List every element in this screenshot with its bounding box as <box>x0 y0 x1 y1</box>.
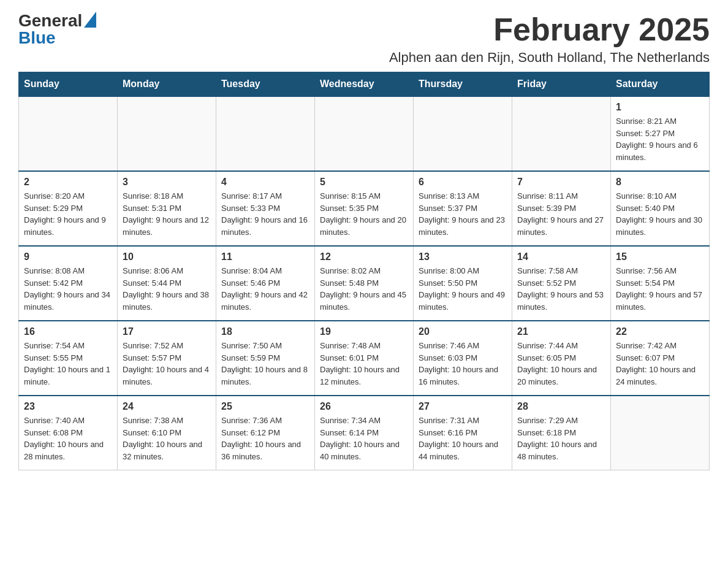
day-number: 28 <box>517 401 605 412</box>
calendar-day-header: Saturday <box>611 72 710 97</box>
day-info: Sunrise: 8:02 AMSunset: 5:48 PMDaylight:… <box>320 265 408 313</box>
calendar-day-header: Tuesday <box>216 72 315 97</box>
logo: General Blue <box>18 12 96 47</box>
day-info: Sunrise: 8:04 AMSunset: 5:46 PMDaylight:… <box>221 265 309 313</box>
day-info: Sunrise: 8:10 AMSunset: 5:40 PMDaylight:… <box>616 190 704 238</box>
calendar-cell: 14Sunrise: 7:58 AMSunset: 5:52 PMDayligh… <box>512 246 611 321</box>
day-number: 4 <box>221 177 309 188</box>
day-number: 2 <box>24 177 112 188</box>
day-info: Sunrise: 8:13 AMSunset: 5:37 PMDaylight:… <box>419 190 507 238</box>
calendar-day-header: Wednesday <box>315 72 414 97</box>
day-info: Sunrise: 8:11 AMSunset: 5:39 PMDaylight:… <box>517 190 605 238</box>
calendar-cell: 8Sunrise: 8:10 AMSunset: 5:40 PMDaylight… <box>611 171 710 246</box>
day-number: 15 <box>616 251 704 262</box>
day-info: Sunrise: 8:17 AMSunset: 5:33 PMDaylight:… <box>221 190 309 238</box>
calendar-cell: 17Sunrise: 7:52 AMSunset: 5:57 PMDayligh… <box>118 321 216 396</box>
calendar-cell <box>118 96 216 171</box>
day-info: Sunrise: 7:56 AMSunset: 5:54 PMDaylight:… <box>616 265 704 313</box>
calendar-table: SundayMondayTuesdayWednesdayThursdayFrid… <box>18 72 710 470</box>
day-info: Sunrise: 7:34 AMSunset: 6:14 PMDaylight:… <box>320 415 408 462</box>
day-number: 12 <box>320 251 408 262</box>
day-info: Sunrise: 8:20 AMSunset: 5:29 PMDaylight:… <box>24 190 112 238</box>
calendar-cell: 15Sunrise: 7:56 AMSunset: 5:54 PMDayligh… <box>611 246 710 321</box>
day-info: Sunrise: 8:06 AMSunset: 5:44 PMDaylight:… <box>123 265 211 313</box>
day-info: Sunrise: 7:38 AMSunset: 6:10 PMDaylight:… <box>123 415 211 462</box>
calendar-cell <box>611 396 710 470</box>
title-section: February 2025 Alphen aan den Rijn, South… <box>389 12 710 66</box>
day-number: 26 <box>320 401 408 412</box>
calendar-cell: 12Sunrise: 8:02 AMSunset: 5:48 PMDayligh… <box>315 246 414 321</box>
calendar-cell <box>414 96 512 171</box>
calendar-week-row: 2Sunrise: 8:20 AMSunset: 5:29 PMDaylight… <box>19 171 710 246</box>
day-number: 9 <box>24 251 112 262</box>
day-number: 10 <box>123 251 211 262</box>
calendar-cell: 18Sunrise: 7:50 AMSunset: 5:59 PMDayligh… <box>216 321 315 396</box>
day-number: 17 <box>123 326 211 337</box>
day-info: Sunrise: 7:48 AMSunset: 6:01 PMDaylight:… <box>320 340 408 388</box>
day-number: 23 <box>24 401 112 412</box>
day-number: 22 <box>616 326 704 337</box>
calendar-cell: 19Sunrise: 7:48 AMSunset: 6:01 PMDayligh… <box>315 321 414 396</box>
day-number: 14 <box>517 251 605 262</box>
calendar-cell: 7Sunrise: 8:11 AMSunset: 5:39 PMDaylight… <box>512 171 611 246</box>
day-info: Sunrise: 7:31 AMSunset: 6:16 PMDaylight:… <box>419 415 507 462</box>
day-number: 18 <box>221 326 309 337</box>
calendar-week-row: 23Sunrise: 7:40 AMSunset: 6:08 PMDayligh… <box>19 396 710 470</box>
day-number: 11 <box>221 251 309 262</box>
calendar-cell: 5Sunrise: 8:15 AMSunset: 5:35 PMDaylight… <box>315 171 414 246</box>
day-info: Sunrise: 7:58 AMSunset: 5:52 PMDaylight:… <box>517 265 605 313</box>
calendar-cell: 26Sunrise: 7:34 AMSunset: 6:14 PMDayligh… <box>315 396 414 470</box>
calendar-cell <box>315 96 414 171</box>
logo-general-text: General <box>18 12 82 29</box>
day-number: 6 <box>419 177 507 188</box>
calendar-cell: 3Sunrise: 8:18 AMSunset: 5:31 PMDaylight… <box>118 171 216 246</box>
calendar-cell: 20Sunrise: 7:46 AMSunset: 6:03 PMDayligh… <box>414 321 512 396</box>
day-info: Sunrise: 7:36 AMSunset: 6:12 PMDaylight:… <box>221 415 309 462</box>
calendar-cell: 23Sunrise: 7:40 AMSunset: 6:08 PMDayligh… <box>19 396 118 470</box>
day-number: 5 <box>320 177 408 188</box>
day-number: 27 <box>419 401 507 412</box>
calendar-header-row: SundayMondayTuesdayWednesdayThursdayFrid… <box>19 72 710 97</box>
day-number: 24 <box>123 401 211 412</box>
day-number: 8 <box>616 177 704 188</box>
calendar-cell: 2Sunrise: 8:20 AMSunset: 5:29 PMDaylight… <box>19 171 118 246</box>
calendar-week-row: 1Sunrise: 8:21 AMSunset: 5:27 PMDaylight… <box>19 96 710 171</box>
day-number: 19 <box>320 326 408 337</box>
calendar-cell: 11Sunrise: 8:04 AMSunset: 5:46 PMDayligh… <box>216 246 315 321</box>
day-info: Sunrise: 8:21 AMSunset: 5:27 PMDaylight:… <box>616 115 704 163</box>
day-number: 25 <box>221 401 309 412</box>
calendar-cell: 9Sunrise: 8:08 AMSunset: 5:42 PMDaylight… <box>19 246 118 321</box>
calendar-cell: 16Sunrise: 7:54 AMSunset: 5:55 PMDayligh… <box>19 321 118 396</box>
location-title: Alphen aan den Rijn, South Holland, The … <box>389 50 710 66</box>
day-info: Sunrise: 7:29 AMSunset: 6:18 PMDaylight:… <box>517 415 605 462</box>
day-info: Sunrise: 7:50 AMSunset: 5:59 PMDaylight:… <box>221 340 309 388</box>
day-number: 20 <box>419 326 507 337</box>
calendar-cell: 4Sunrise: 8:17 AMSunset: 5:33 PMDaylight… <box>216 171 315 246</box>
logo-triangle-icon <box>84 12 96 28</box>
day-info: Sunrise: 7:44 AMSunset: 6:05 PMDaylight:… <box>517 340 605 388</box>
calendar-cell: 13Sunrise: 8:00 AMSunset: 5:50 PMDayligh… <box>414 246 512 321</box>
day-info: Sunrise: 7:52 AMSunset: 5:57 PMDaylight:… <box>123 340 211 388</box>
month-title: February 2025 <box>389 12 710 47</box>
day-number: 13 <box>419 251 507 262</box>
day-info: Sunrise: 7:40 AMSunset: 6:08 PMDaylight:… <box>24 415 112 462</box>
day-number: 1 <box>616 102 704 113</box>
calendar-week-row: 9Sunrise: 8:08 AMSunset: 5:42 PMDaylight… <box>19 246 710 321</box>
calendar-cell: 28Sunrise: 7:29 AMSunset: 6:18 PMDayligh… <box>512 396 611 470</box>
day-number: 7 <box>517 177 605 188</box>
calendar-cell: 25Sunrise: 7:36 AMSunset: 6:12 PMDayligh… <box>216 396 315 470</box>
calendar-cell: 22Sunrise: 7:42 AMSunset: 6:07 PMDayligh… <box>611 321 710 396</box>
calendar-cell: 10Sunrise: 8:06 AMSunset: 5:44 PMDayligh… <box>118 246 216 321</box>
logo-blue-text: Blue <box>18 28 56 47</box>
calendar-day-header: Sunday <box>19 72 118 97</box>
day-info: Sunrise: 7:46 AMSunset: 6:03 PMDaylight:… <box>419 340 507 388</box>
day-number: 16 <box>24 326 112 337</box>
calendar-day-header: Friday <box>512 72 611 97</box>
calendar-cell <box>19 96 118 171</box>
day-info: Sunrise: 8:08 AMSunset: 5:42 PMDaylight:… <box>24 265 112 313</box>
calendar-cell <box>512 96 611 171</box>
day-info: Sunrise: 8:00 AMSunset: 5:50 PMDaylight:… <box>419 265 507 313</box>
calendar-cell: 27Sunrise: 7:31 AMSunset: 6:16 PMDayligh… <box>414 396 512 470</box>
day-info: Sunrise: 8:18 AMSunset: 5:31 PMDaylight:… <box>123 190 211 238</box>
day-info: Sunrise: 7:42 AMSunset: 6:07 PMDaylight:… <box>616 340 704 388</box>
